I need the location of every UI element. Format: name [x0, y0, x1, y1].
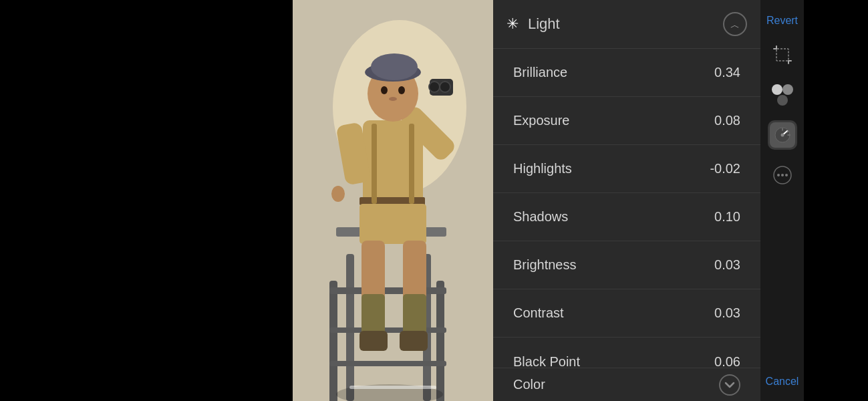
adjustment-name: Contrast — [513, 305, 564, 321]
svg-point-29 — [440, 82, 450, 92]
crop-tool-button[interactable] — [768, 40, 797, 70]
photo-svg — [293, 0, 493, 401]
svg-point-28 — [429, 82, 440, 92]
svg-rect-31 — [372, 124, 377, 204]
svg-rect-18 — [400, 331, 428, 351]
svg-point-48 — [785, 174, 788, 176]
svg-point-47 — [781, 174, 784, 176]
adjustment-name: Brilliance — [513, 65, 567, 80]
adjustments-tool-button[interactable] — [768, 120, 797, 150]
chevron-up-icon: ︿ — [730, 20, 740, 29]
more-icon — [772, 165, 792, 185]
svg-rect-4 — [329, 281, 337, 401]
svg-rect-6 — [329, 287, 446, 294]
svg-rect-7 — [329, 327, 446, 333]
svg-point-25 — [398, 86, 405, 94]
adjustment-brilliance[interactable]: Brilliance 0.34 — [493, 49, 760, 97]
adjustment-value: 0.10 — [714, 209, 740, 225]
chevron-down-icon — [724, 382, 735, 388]
svg-point-23 — [371, 53, 418, 80]
svg-rect-8 — [329, 361, 446, 366]
svg-rect-12 — [359, 204, 426, 244]
light-section-header: ✳ Light ︿ — [493, 0, 760, 49]
adjustment-name: Highlights — [513, 161, 572, 176]
adjustment-name: Exposure — [513, 113, 570, 128]
photo-image — [293, 0, 493, 401]
adjustment-value: -0.02 — [710, 161, 740, 176]
svg-point-30 — [331, 186, 345, 202]
adjustment-shadows[interactable]: Shadows 0.10 — [493, 193, 760, 241]
adjustments-panel: ✳ Light ︿ Brilliance 0.34 Exposure 0.08 … — [493, 0, 760, 401]
adjustment-name: Black Point — [513, 354, 580, 368]
svg-rect-17 — [359, 331, 388, 351]
svg-rect-13 — [361, 241, 385, 301]
adjustment-exposure[interactable]: Exposure 0.08 — [493, 97, 760, 145]
cancel-button[interactable]: Cancel — [766, 376, 799, 388]
svg-point-24 — [381, 86, 388, 94]
adjustment-name: Shadows — [513, 209, 568, 225]
adjustment-value: 0.34 — [714, 65, 740, 80]
adjustment-black-point[interactable]: Black Point 0.06 — [493, 338, 760, 368]
adjustment-value: 0.06 — [714, 354, 740, 368]
expand-color-button[interactable] — [719, 374, 740, 396]
svg-point-46 — [777, 174, 780, 176]
scroll-indicator — [349, 386, 436, 389]
photo-canvas — [293, 0, 493, 401]
color-section-title: Color — [513, 377, 545, 392]
circle-mid — [782, 84, 793, 95]
svg-rect-5 — [436, 281, 444, 401]
adjustment-name: Brightness — [513, 257, 577, 273]
crop-icon — [773, 45, 792, 64]
color-circles-icon — [772, 84, 793, 106]
svg-point-26 — [389, 97, 397, 101]
more-options-button[interactable] — [768, 160, 797, 190]
adjustment-brightness[interactable]: Brightness 0.03 — [493, 241, 760, 289]
section-title: Light — [528, 15, 723, 33]
svg-rect-32 — [409, 124, 414, 204]
svg-rect-14 — [403, 241, 426, 301]
adjustment-value: 0.03 — [714, 257, 740, 273]
circle-light — [772, 84, 782, 95]
dial-svg — [774, 126, 791, 144]
left-black-panel — [0, 0, 293, 401]
collapse-button[interactable]: ︿ — [723, 12, 747, 36]
color-tool-button[interactable] — [768, 80, 797, 110]
revert-button[interactable]: Revert — [766, 7, 798, 35]
circle-dark — [777, 95, 788, 106]
adjustment-highlights[interactable]: Highlights -0.02 — [493, 145, 760, 193]
adjust-dial-icon — [770, 122, 795, 148]
adjustment-value: 0.03 — [714, 305, 740, 321]
color-section-header[interactable]: Color — [493, 368, 760, 401]
adjustment-contrast[interactable]: Contrast 0.03 — [493, 289, 760, 338]
svg-rect-34 — [776, 49, 788, 61]
adjustments-list: Brilliance 0.34 Exposure 0.08 Highlights… — [493, 49, 760, 368]
svg-point-41 — [780, 134, 784, 137]
svg-rect-16 — [403, 294, 426, 334]
right-toolbar: Revert — [760, 0, 804, 401]
svg-rect-15 — [361, 294, 385, 334]
sun-icon: ✳ — [507, 15, 519, 33]
adjustment-value: 0.08 — [714, 113, 740, 128]
